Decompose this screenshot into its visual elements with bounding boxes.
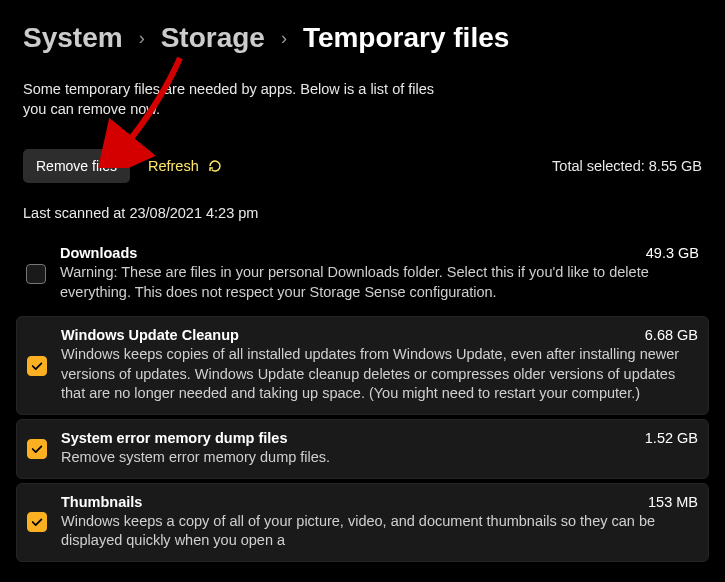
- item-desc: Windows keeps copies of all installed up…: [61, 345, 698, 404]
- item-content: Downloads 49.3 GB Warning: These are fil…: [60, 245, 699, 302]
- breadcrumb-system[interactable]: System: [23, 22, 123, 54]
- item-content: System error memory dump files 1.52 GB R…: [61, 430, 698, 468]
- temp-files-list: Downloads 49.3 GB Warning: These are fil…: [0, 221, 725, 562]
- item-size: 1.52 GB: [645, 430, 698, 446]
- item-desc: Windows keeps a copy of all of your pict…: [61, 512, 698, 551]
- item-system-error-dump[interactable]: System error memory dump files 1.52 GB R…: [16, 419, 709, 479]
- item-desc: Remove system error memory dump files.: [61, 448, 698, 468]
- refresh-icon: [207, 158, 223, 174]
- item-desc: Warning: These are files in your persona…: [60, 263, 699, 302]
- item-windows-update-cleanup[interactable]: Windows Update Cleanup 6.68 GB Windows k…: [16, 316, 709, 415]
- item-title: Thumbnails: [61, 494, 142, 510]
- check-icon: [30, 359, 44, 373]
- checkbox-downloads[interactable]: [26, 264, 46, 284]
- total-selected-value: 8.55 GB: [649, 158, 702, 174]
- breadcrumb-current: Temporary files: [303, 22, 509, 54]
- total-selected: Total selected: 8.55 GB: [552, 158, 702, 174]
- refresh-label: Refresh: [148, 158, 199, 174]
- check-icon: [30, 442, 44, 456]
- item-thumbnails[interactable]: Thumbnails 153 MB Windows keeps a copy o…: [16, 483, 709, 562]
- checkbox-thumbnails[interactable]: [27, 512, 47, 532]
- item-size: 153 MB: [648, 494, 698, 510]
- breadcrumb: System › Storage › Temporary files: [0, 0, 725, 62]
- checkbox-system-error-dump[interactable]: [27, 439, 47, 459]
- page-description: Some temporary files are needed by apps.…: [0, 62, 480, 119]
- item-downloads[interactable]: Downloads 49.3 GB Warning: These are fil…: [16, 235, 709, 312]
- refresh-button[interactable]: Refresh: [148, 158, 223, 174]
- chevron-right-icon: ›: [281, 28, 287, 49]
- action-row: Remove files Refresh Total selected: 8.5…: [0, 119, 725, 183]
- check-icon: [30, 515, 44, 529]
- item-size: 6.68 GB: [645, 327, 698, 343]
- item-size: 49.3 GB: [646, 245, 699, 261]
- item-content: Windows Update Cleanup 6.68 GB Windows k…: [61, 327, 698, 404]
- item-title: System error memory dump files: [61, 430, 287, 446]
- total-selected-label: Total selected:: [552, 158, 645, 174]
- breadcrumb-storage[interactable]: Storage: [161, 22, 265, 54]
- checkbox-windows-update-cleanup[interactable]: [27, 356, 47, 376]
- item-title: Downloads: [60, 245, 137, 261]
- remove-files-button[interactable]: Remove files: [23, 149, 130, 183]
- chevron-right-icon: ›: [139, 28, 145, 49]
- item-content: Thumbnails 153 MB Windows keeps a copy o…: [61, 494, 698, 551]
- item-title: Windows Update Cleanup: [61, 327, 239, 343]
- last-scanned-label: Last scanned at 23/08/2021 4:23 pm: [0, 183, 725, 221]
